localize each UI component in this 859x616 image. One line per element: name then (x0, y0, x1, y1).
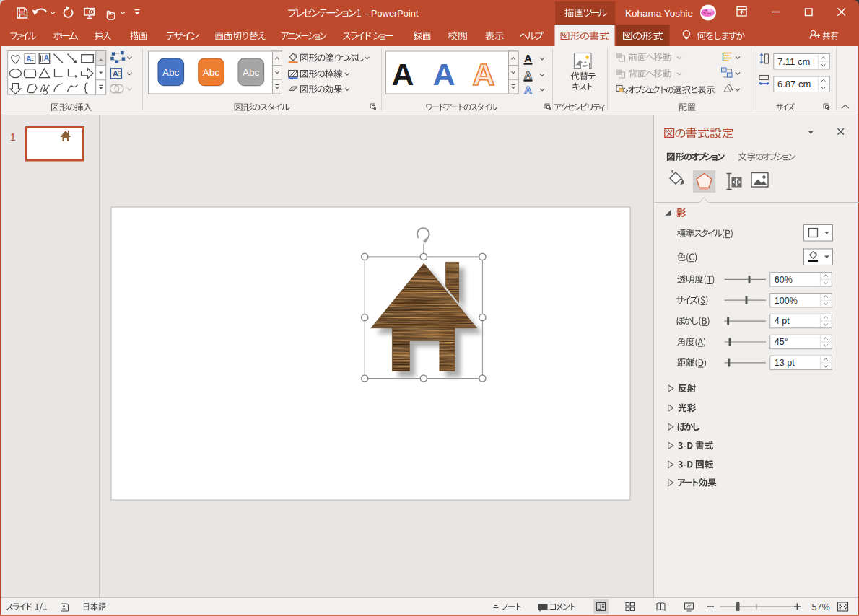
svg-text:-: - (367, 9, 370, 19)
svg-text:Abc: Abc (243, 67, 260, 78)
svg-text:A: A (524, 69, 532, 81)
svg-text:A: A (26, 55, 31, 63)
svg-text:A: A (472, 57, 494, 92)
svg-text:57%: 57% (812, 602, 830, 612)
svg-text:A: A (391, 57, 414, 92)
svg-text:A: A (44, 54, 49, 62)
svg-text:A: A (524, 52, 532, 64)
svg-text:13 pt: 13 pt (775, 358, 795, 368)
svg-text:A: A (524, 84, 532, 96)
svg-text:Abc: Abc (203, 67, 220, 78)
svg-text:7.11 cm: 7.11 cm (777, 56, 810, 67)
svg-text:Abc: Abc (162, 67, 180, 78)
svg-text:60%: 60% (775, 275, 793, 285)
svg-text:45°: 45° (775, 337, 788, 347)
svg-text:6.87 cm: 6.87 cm (777, 79, 811, 89)
svg-text:PowerPoint: PowerPoint (371, 8, 419, 19)
svg-text:4 pt: 4 pt (775, 316, 790, 326)
svg-text:100%: 100% (775, 296, 798, 306)
svg-text:Kohama Yoshie: Kohama Yoshie (625, 8, 693, 19)
svg-text:A: A (432, 57, 455, 92)
svg-text:A: A (113, 69, 118, 78)
svg-text:1: 1 (10, 131, 16, 143)
